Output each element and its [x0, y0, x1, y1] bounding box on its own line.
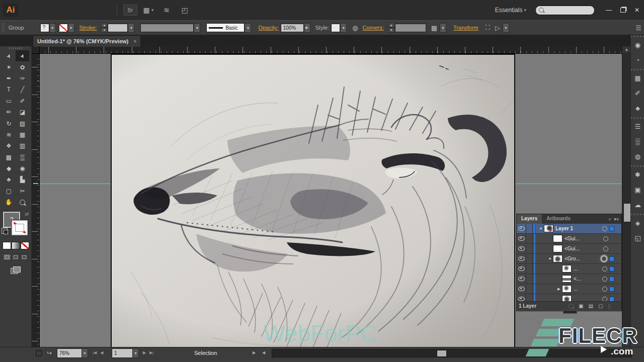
delete-layer-icon[interactable]: ▯: [608, 303, 611, 309]
brush-dropdown-button[interactable]: ▼: [245, 23, 251, 33]
swap-fill-stroke-icon[interactable]: ⇄: [25, 212, 29, 217]
visibility-eye-icon[interactable]: [517, 274, 526, 284]
horizontal-guide[interactable]: [39, 184, 111, 184]
free-transform-tool[interactable]: ▧: [16, 118, 29, 129]
shape-options-icon[interactable]: ▷: [495, 24, 500, 32]
visibility-eye-icon[interactable]: [517, 244, 526, 253]
creative-cloud-panel-button[interactable]: ☁: [631, 197, 644, 212]
layer-row-item2[interactable]: ▼ <...: [517, 274, 621, 284]
expand-toggle-icon[interactable]: ▶: [556, 287, 561, 291]
tab-artboards[interactable]: Artboards: [542, 214, 575, 224]
menu-object[interactable]: [42, 5, 52, 16]
gradient-tool[interactable]: ▒: [16, 152, 29, 163]
opacity-dropdown-button[interactable]: ▶: [304, 23, 310, 33]
vertical-scrollbar[interactable]: ▲ ▼: [622, 46, 631, 347]
screen-mode-button[interactable]: [11, 266, 21, 274]
variable-width-profile-field[interactable]: [140, 24, 194, 32]
make-clipping-mask-icon[interactable]: ▣: [579, 303, 583, 309]
window-close-button[interactable]: ✕: [630, 5, 644, 16]
locate-object-icon[interactable]: [569, 304, 574, 309]
artboard[interactable]: WebForPC: [111, 54, 515, 347]
horizontal-guide[interactable]: [515, 184, 622, 184]
symbol-sprayer-tool[interactable]: ♣: [2, 174, 16, 185]
search-box[interactable]: [535, 6, 595, 15]
lock-toggle[interactable]: [526, 284, 533, 294]
tools-panel-grip[interactable]: [9, 47, 22, 49]
symbols-panel-button[interactable]: ♣: [631, 101, 644, 116]
stroke-weight-stepper[interactable]: ▲▼: [101, 23, 108, 33]
color-panel-button[interactable]: ◉: [631, 36, 644, 52]
eraser-tool[interactable]: ◪: [16, 107, 29, 118]
transform-panel-link[interactable]: Transform: [453, 25, 478, 31]
selection-indicator[interactable]: [609, 226, 614, 231]
workspace-mini-icon[interactable]: ∷: [34, 348, 43, 358]
last-artboard-button[interactable]: ▶|: [149, 350, 153, 355]
selection-indicator[interactable]: [609, 277, 614, 282]
style-dropdown-button[interactable]: ▼: [340, 23, 347, 33]
gpu-performance-icon[interactable]: ≋: [159, 5, 174, 16]
visibility-eye-icon[interactable]: [517, 254, 526, 263]
layer-row-item3[interactable]: ▶ ...: [517, 284, 621, 294]
vertical-ruler[interactable]: [31, 53, 40, 347]
rectangle-tool[interactable]: ▭: [2, 96, 16, 107]
panel-resize-grip[interactable]: [563, 310, 577, 314]
eyedropper-tool[interactable]: ◆: [2, 163, 16, 174]
graph-tool[interactable]: ▙: [16, 174, 29, 185]
vertical-scroll-thumb[interactable]: [623, 203, 631, 222]
menu-help[interactable]: [103, 5, 113, 16]
selection-tool[interactable]: ➤: [2, 50, 16, 61]
select-similar-icon[interactable]: ▩: [431, 24, 437, 32]
column-graph-tool[interactable]: ▥: [16, 140, 29, 151]
zoom-tool[interactable]: [16, 197, 29, 208]
curvature-tool[interactable]: ✑: [16, 73, 29, 84]
document-tab[interactable]: Untitled-1* @ 76% (CMYK/Preview) ×: [33, 35, 141, 47]
zoom-dropdown-button[interactable]: ▼: [82, 348, 88, 358]
appearance-panel-button[interactable]: ✱: [631, 165, 644, 182]
color-guide-panel-button[interactable]: ◔: [631, 52, 644, 67]
rotate-tool[interactable]: ↻: [2, 118, 16, 129]
expand-toggle-icon[interactable]: ▼: [538, 227, 543, 230]
scroll-up-button[interactable]: ▲: [622, 46, 631, 53]
variable-width-dropdown[interactable]: ▼: [194, 23, 200, 33]
transparency-panel-button[interactable]: ◍: [631, 149, 644, 164]
lock-toggle[interactable]: [526, 274, 533, 284]
gradient-panel-button[interactable]: ▒: [631, 134, 644, 149]
menu-edit[interactable]: [32, 5, 42, 16]
color-mode-button[interactable]: [3, 242, 11, 249]
expand-toggle-icon[interactable]: ▼: [547, 257, 552, 260]
menu-window[interactable]: [93, 5, 103, 16]
visibility-eye-icon[interactable]: [517, 284, 526, 294]
selection-indicator[interactable]: [609, 287, 614, 292]
bridge-icon[interactable]: Br: [123, 5, 137, 16]
window-restore-button[interactable]: [616, 5, 630, 16]
corners-stepper[interactable]: ▲▼: [388, 23, 395, 33]
align-icon[interactable]: ⛶: [486, 24, 490, 32]
corners-panel-link[interactable]: Corners:: [363, 25, 384, 31]
shape-options-dropdown[interactable]: ▼: [503, 23, 509, 33]
stroke-color-swatch[interactable]: [59, 24, 68, 32]
target-circle-icon[interactable]: [602, 277, 607, 282]
gradient-mode-button[interactable]: [12, 242, 20, 249]
swatches-panel-button[interactable]: ▦: [631, 69, 644, 85]
panel-grip-icon[interactable]: [2, 23, 5, 32]
lock-toggle[interactable]: [526, 294, 533, 301]
visibility-eye-icon[interactable]: [517, 264, 526, 274]
collapse-panel-icon[interactable]: »: [608, 217, 611, 222]
menu-type[interactable]: [52, 5, 62, 16]
slice-tool[interactable]: ✂: [16, 186, 29, 197]
visibility-eye-icon[interactable]: [517, 234, 526, 243]
stroke-weight-dropdown[interactable]: ▼: [128, 23, 134, 33]
magic-wand-tool[interactable]: ✶: [2, 61, 16, 72]
selection-indicator[interactable]: [609, 256, 614, 261]
target-circle-icon[interactable]: [603, 236, 608, 241]
lock-toggle[interactable]: [526, 244, 533, 253]
lock-toggle[interactable]: [526, 254, 533, 263]
target-circle-icon[interactable]: [602, 226, 607, 231]
layer-row-guide1[interactable]: ▼ <Gui...: [517, 234, 621, 244]
layer-row-layer1[interactable]: ▼ Layer 1: [517, 224, 621, 234]
stroke-panel-button[interactable]: ☰: [631, 117, 644, 134]
none-mode-button[interactable]: [21, 242, 29, 249]
pen-tool[interactable]: ✒: [2, 73, 16, 84]
horizontal-scroll-thumb[interactable]: [437, 350, 447, 357]
lock-toggle[interactable]: [526, 264, 533, 274]
